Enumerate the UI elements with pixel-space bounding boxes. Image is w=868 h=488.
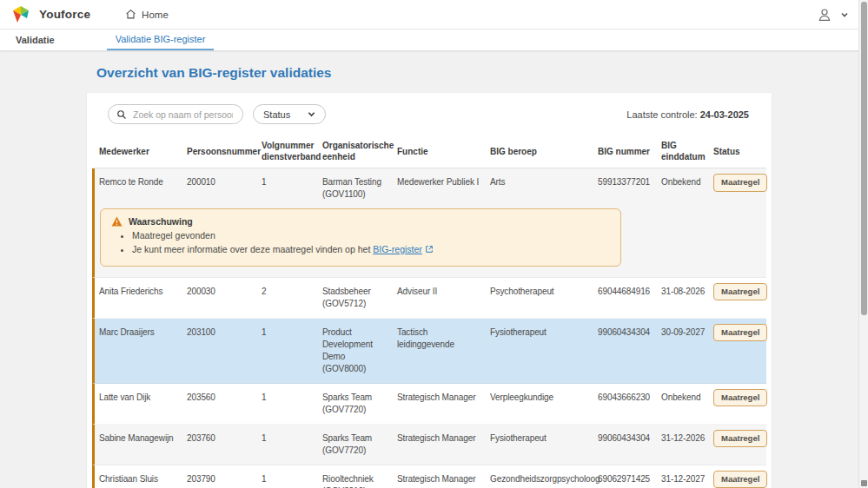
cell-big-nummer: 69044684916 <box>598 278 661 318</box>
nav-home-label: Home <box>142 10 169 20</box>
cell-medewerker: Christiaan Sluis <box>95 465 187 488</box>
table-row[interactable]: Remco te Ronde2000101Barman Testing (GOV… <box>92 168 766 278</box>
column-header-status: Status <box>713 135 766 168</box>
tab-bar: Validatie Validatie BIG-register <box>0 30 868 50</box>
cell-volgnummer: 1 <box>262 168 322 208</box>
brand-name: Youforce <box>39 8 90 21</box>
status-badge-maatregel[interactable]: Maatregel <box>713 471 767 488</box>
column-header-big-beroep: BIG beroep <box>490 135 598 168</box>
page-title: Overzicht van BIG-register validaties <box>96 65 868 81</box>
cell-einddatum: Onbekend <box>661 168 713 208</box>
cell-medewerker: Latte van Dijk <box>95 384 187 424</box>
cell-einddatum: 31-12-2027 <box>661 465 713 488</box>
status-filter-dropdown[interactable]: Status <box>253 104 326 124</box>
home-icon <box>125 9 136 20</box>
cell-functie: Strategisch Manager <box>397 425 490 465</box>
status-badge-maatregel[interactable]: Maatregel <box>713 389 767 407</box>
cell-status: Maatregel <box>713 465 774 488</box>
table-row[interactable]: Latte van Dijk2035601Sparks Team (GOV772… <box>92 384 766 425</box>
cell-eenheid: Barman Testing (GOV1100) <box>322 168 397 208</box>
cell-functie: Adviseur II <box>397 278 490 318</box>
table-row[interactable]: Christiaan Sluis2037901Riooltechniek (GO… <box>92 465 766 488</box>
table-toolbar: Status Laatste controle: 24-03-2025 <box>87 93 772 129</box>
cell-beroep: Fysiotherapeut <box>490 319 598 383</box>
search-icon <box>116 109 127 120</box>
cell-big-nummer: 69062971425 <box>598 465 661 488</box>
status-badge-maatregel[interactable]: Maatregel <box>713 324 767 342</box>
column-header-persoonsnummer: Persoonsnummer <box>187 135 262 168</box>
column-header-medewerker: Medewerker <box>95 135 187 168</box>
cell-big-nummer: 99060434304 <box>598 425 661 465</box>
cell-functie: Tactisch leidinggevende <box>397 319 490 383</box>
cell-beroep: Fysiotherapeut <box>490 425 598 465</box>
vertical-scrollbar[interactable] <box>858 0 868 488</box>
status-badge-maatregel[interactable]: Maatregel <box>713 283 767 301</box>
cell-persoonsnummer: 200010 <box>187 168 262 208</box>
cell-volgnummer: 1 <box>262 384 322 424</box>
cell-persoonsnummer: 200030 <box>187 278 262 318</box>
cell-functie: Medewerker Publiek I <box>397 168 490 208</box>
cell-medewerker: Remco te Ronde <box>95 168 187 208</box>
search-input[interactable] <box>131 109 235 121</box>
cell-einddatum: 31-12-2026 <box>661 425 713 465</box>
status-filter-label: Status <box>263 109 290 120</box>
cell-persoonsnummer: 203790 <box>187 465 262 488</box>
column-header-functie: Functie <box>397 135 490 168</box>
brand: Youforce <box>10 4 90 25</box>
column-header-big-einddatum: BIG einddatum <box>661 135 713 168</box>
search-input-wrapper <box>108 104 243 124</box>
warning-item: Je kunt meer informatie over deze maatre… <box>132 243 610 258</box>
last-check-date: 24-03-2025 <box>700 109 749 120</box>
table-row[interactable]: Sabine Managewijn2037601Sparks Team (GOV… <box>92 425 766 465</box>
cell-functie: Strategisch Manager <box>397 465 490 488</box>
cell-volgnummer: 2 <box>262 278 322 318</box>
cell-beroep: Gezondheidszorgpsycholoog <box>490 465 598 488</box>
external-link-icon <box>425 245 434 255</box>
column-header-organisatorische-eenheid: Organisatorische eenheid <box>322 135 397 168</box>
cell-medewerker: Sabine Managewijn <box>95 425 187 465</box>
scrollbar-corner <box>861 480 867 486</box>
cell-big-nummer: 59913377201 <box>598 168 661 208</box>
column-header-big-nummer: BIG nummer <box>598 135 661 168</box>
big-register-link[interactable]: BIG-register <box>373 244 434 254</box>
warning-icon <box>111 216 123 227</box>
table-row[interactable]: Marc Draaijers2031001Product Development… <box>92 319 766 384</box>
chevron-down-icon[interactable] <box>840 10 849 19</box>
nav-home[interactable]: Home <box>125 9 169 20</box>
youforce-logo-icon <box>10 4 31 25</box>
status-badge-maatregel[interactable]: Maatregel <box>713 430 767 448</box>
cell-big-nummer: 69043666230 <box>598 384 661 424</box>
app-window: Youforce Home Validatie Validatie BIG-re… <box>0 0 868 488</box>
cell-eenheid: Stadsbeheer (GOV5712) <box>322 278 397 318</box>
warning-title: Waarschuwing <box>129 216 193 227</box>
cell-medewerker: Anita Friederichs <box>95 278 187 318</box>
warning-banner: Waarschuwing Maatregel gevonden Je kunt … <box>100 208 621 267</box>
chevron-down-icon <box>308 110 315 118</box>
cell-volgnummer: 1 <box>262 319 322 383</box>
last-check: Laatste controle: 24-03-2025 <box>626 109 749 120</box>
cell-beroep: Arts <box>490 168 598 208</box>
cell-beroep: Verpleegkundige <box>490 384 598 424</box>
cell-status: Maatregel <box>713 319 774 383</box>
cell-status: Maatregel <box>713 168 774 208</box>
cell-beroep: Psychotherapeut <box>490 278 598 318</box>
top-bar: Youforce Home <box>0 0 868 30</box>
table-row[interactable]: Anita Friederichs2000302Stadsbeheer (GOV… <box>92 278 766 319</box>
cell-eenheid: Product Development Demo (GOV8000) <box>322 319 397 383</box>
user-avatar-icon[interactable] <box>817 7 832 23</box>
validations-card: Status Laatste controle: 24-03-2025 Mede… <box>87 93 772 488</box>
column-header-volgnummer-dienstverband: Volgnummer dienstverband <box>262 135 322 168</box>
cell-einddatum: 31-08-2026 <box>661 278 713 318</box>
cell-eenheid: Sparks Team (GOV7720) <box>322 425 397 465</box>
cell-medewerker: Marc Draaijers <box>95 319 187 383</box>
cell-eenheid: Sparks Team (GOV7720) <box>322 384 397 424</box>
tab-label: Validatie BIG-register <box>116 34 206 44</box>
cell-eenheid: Riooltechniek (GOV3310) <box>322 465 397 488</box>
table-header-row: MedewerkerPersoonsnummerVolgnummer diens… <box>92 135 766 168</box>
cell-persoonsnummer: 203560 <box>187 384 262 424</box>
tab-validatie-big-register[interactable]: Validatie BIG-register <box>107 30 215 50</box>
last-check-label: Laatste controle: <box>626 109 697 120</box>
table-body: Remco te Ronde2000101Barman Testing (GOV… <box>92 168 766 488</box>
status-badge-maatregel[interactable]: Maatregel <box>713 174 767 192</box>
scrollbar-thumb[interactable] <box>861 2 867 315</box>
